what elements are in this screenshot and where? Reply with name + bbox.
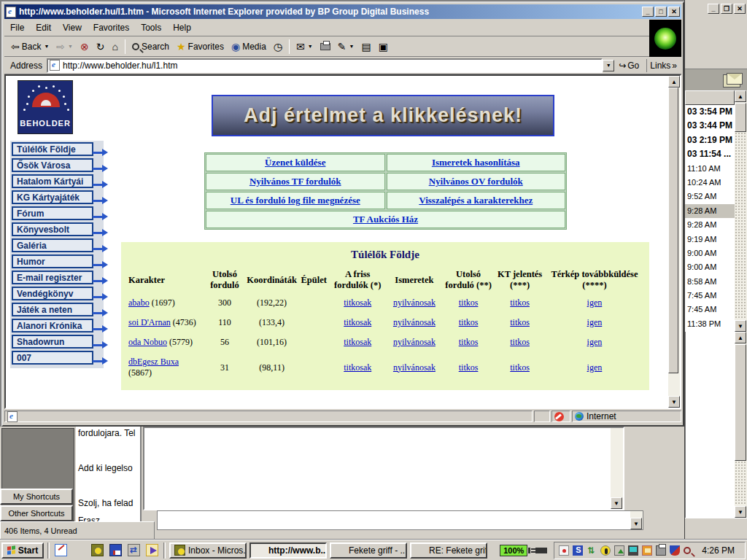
- fresh-turns-link[interactable]: titkosak: [344, 362, 371, 373]
- edit-dropdown-icon[interactable]: ▼: [349, 44, 354, 49]
- edit-button[interactable]: ✎▼: [334, 40, 358, 53]
- scrollbar-thumb[interactable]: [735, 344, 746, 461]
- quick-launch-icon[interactable]: [53, 542, 69, 558]
- sidebar-item[interactable]: Galéria: [12, 238, 93, 252]
- message-received-time[interactable]: 03 2:19 PM: [685, 133, 735, 147]
- mail-button[interactable]: ✉▼: [293, 40, 317, 53]
- kt-report-link[interactable]: titkos: [510, 298, 530, 308]
- message-received-time[interactable]: 03 3:54 PM: [685, 105, 735, 119]
- scroll-up-icon[interactable]: ▲: [735, 332, 746, 343]
- menu-item[interactable]: Edit: [30, 20, 57, 35]
- scrollbar-thumb[interactable]: [735, 103, 746, 132]
- kt-report-link[interactable]: titkos: [510, 362, 530, 373]
- tray-icon[interactable]: [628, 545, 638, 556]
- scrollbar-track[interactable]: [735, 461, 746, 505]
- quick-launch-icon[interactable]: [108, 542, 123, 558]
- sidebar-item[interactable]: Könyvesbolt: [12, 222, 93, 236]
- quick-link[interactable]: Visszalépés a karakterekhez: [419, 195, 533, 206]
- print-button[interactable]: [317, 42, 334, 52]
- menu-item[interactable]: File: [4, 20, 30, 35]
- sidebar-item[interactable]: E-mail regiszter: [12, 271, 93, 284]
- message-received-time[interactable]: 9:00 AM: [685, 260, 735, 274]
- message-received-time[interactable]: 9:28 AM: [685, 204, 735, 218]
- messenger-button[interactable]: ▣: [375, 40, 392, 53]
- map-forward-link[interactable]: igen: [587, 317, 603, 327]
- ie-close-button[interactable]: ✕: [668, 7, 680, 17]
- back-dropdown-icon[interactable]: ▼: [44, 44, 49, 49]
- fresh-turns-link[interactable]: titkosak: [344, 337, 371, 347]
- menu-item[interactable]: Help: [167, 20, 197, 35]
- quick-launch-icon[interactable]: [71, 542, 87, 558]
- quick-launch-icon[interactable]: [90, 542, 105, 558]
- message-received-time[interactable]: 03 3:44 PM: [685, 119, 735, 133]
- message-received-time[interactable]: 7:45 AM: [685, 289, 735, 303]
- beholder-logo[interactable]: BEHOLDER: [18, 80, 73, 134]
- outlook-reading-scrollbar[interactable]: ▲ ▼: [735, 332, 747, 518]
- tray-icon[interactable]: [587, 545, 597, 556]
- address-input[interactable]: http://www.beholder.hu/l1.htm: [47, 58, 603, 73]
- scroll-up-icon[interactable]: ▲: [735, 90, 746, 102]
- sidebar-item[interactable]: Humor: [12, 254, 93, 268]
- knowledge-link[interactable]: nyilvánosak: [393, 337, 436, 347]
- message-received-time[interactable]: 8:58 AM: [685, 275, 735, 289]
- sidebar-item[interactable]: Túlélők Földje: [12, 142, 93, 156]
- message-received-time[interactable]: 03 11:54 ...: [685, 147, 735, 161]
- menu-item[interactable]: Tools: [135, 20, 167, 35]
- task-button[interactable]: RE: Fekete grif...: [410, 542, 487, 559]
- ie-minimize-button[interactable]: _: [642, 7, 654, 17]
- quick-launch-icon[interactable]: [144, 542, 160, 558]
- last-turn-link[interactable]: titkos: [459, 298, 479, 308]
- scroll-down-icon[interactable]: ▼: [668, 396, 680, 408]
- task-button[interactable]: Fekete griff - ...: [330, 542, 407, 559]
- sidebar-item[interactable]: Alanori Krónika: [12, 319, 93, 332]
- banner-ad[interactable]: Adj értelmet a klikkelésnek!: [212, 95, 554, 136]
- fresh-turns-link[interactable]: titkosak: [344, 317, 371, 327]
- outlook-minimize-button[interactable]: _: [708, 4, 719, 14]
- map-forward-link[interactable]: igen: [587, 298, 603, 308]
- quick-link[interactable]: Üzenet küldése: [265, 157, 325, 168]
- scrollbar-thumb[interactable]: [668, 88, 678, 373]
- refresh-button[interactable]: ↻: [93, 40, 109, 53]
- scroll-down-icon[interactable]: ▼: [735, 320, 746, 332]
- quick-link[interactable]: Nyilvános OV fordulók: [429, 176, 523, 187]
- character-link[interactable]: ababo: [128, 298, 150, 308]
- menu-item[interactable]: View: [57, 20, 88, 35]
- outlook-list-scrollbar[interactable]: ▲ ▼: [735, 90, 747, 332]
- ie-titlebar[interactable]: http://www.beholder.hu/l1.htm - Microsof…: [4, 4, 681, 19]
- outlook-close-button[interactable]: ✕: [734, 4, 746, 14]
- other-shortcuts-button[interactable]: Other Shortcuts: [0, 505, 73, 521]
- last-turn-link[interactable]: titkos: [459, 317, 479, 327]
- scrollbar-track[interactable]: [735, 132, 746, 319]
- map-forward-link[interactable]: igen: [587, 362, 603, 373]
- favorites-button[interactable]: ★Favorites: [173, 40, 228, 53]
- outlook-list-column-header[interactable]: [685, 90, 735, 105]
- forward-dropdown-icon[interactable]: ▼: [68, 44, 73, 49]
- character-link[interactable]: oda Nobuo: [128, 337, 167, 347]
- kt-report-link[interactable]: titkos: [510, 337, 530, 347]
- address-dropdown-icon[interactable]: ▼: [603, 60, 614, 71]
- ie-maximize-button[interactable]: □: [655, 7, 667, 17]
- knowledge-link[interactable]: nyilvánosak: [393, 362, 436, 373]
- forward-button[interactable]: ⇨▼: [53, 40, 77, 53]
- tray-icon[interactable]: [600, 545, 611, 556]
- quick-link[interactable]: Ismeretek hasonlítása: [432, 157, 520, 168]
- message-received-time[interactable]: 10:24 AM: [685, 176, 735, 190]
- scroll-down-icon[interactable]: ▼: [611, 497, 622, 509]
- task-button[interactable]: http://www.b...: [249, 542, 327, 559]
- band-scrollbar[interactable]: ▼: [630, 511, 643, 529]
- scroll-up-icon[interactable]: ▲: [668, 76, 680, 88]
- tray-icon[interactable]: [670, 545, 680, 556]
- page-scrollbar[interactable]: ▲ ▼: [668, 76, 680, 408]
- message-received-time[interactable]: 9:19 AM: [685, 233, 735, 246]
- quick-link[interactable]: UL és forduló log file megnézése: [231, 195, 360, 206]
- message-received-time[interactable]: 9:28 AM: [685, 218, 735, 232]
- tray-icon[interactable]: [573, 545, 583, 556]
- sidebar-item[interactable]: Vendégkönyv: [12, 287, 93, 300]
- sidebar-item[interactable]: Shadowrun: [12, 335, 93, 349]
- message-received-time[interactable]: 9:52 AM: [685, 190, 735, 203]
- reading-pane-scrollbar[interactable]: ▼: [611, 428, 623, 509]
- quick-launch-icon[interactable]: [126, 542, 142, 558]
- message-received-time[interactable]: 7:45 AM: [685, 303, 735, 316]
- home-button[interactable]: ⌂: [109, 40, 122, 53]
- mail-dropdown-icon[interactable]: ▼: [308, 44, 313, 49]
